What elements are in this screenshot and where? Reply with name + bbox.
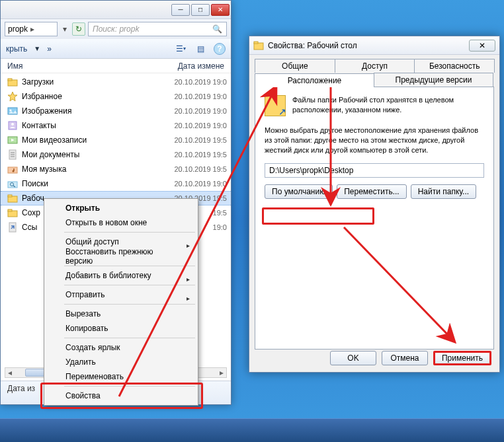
shortcut-arrow-icon: ↗: [278, 106, 286, 117]
file-date: 19:5: [213, 209, 227, 217]
svg-rect-1: [8, 79, 12, 81]
ctx-open-new-window[interactable]: Открыть в новом окне: [46, 215, 196, 230]
ctx-separator: [64, 266, 195, 266]
ctx-rename[interactable]: Переименовать: [46, 369, 196, 384]
ctx-copy[interactable]: Копировать: [46, 321, 196, 336]
doc-icon: [7, 149, 18, 160]
cancel-button[interactable]: Отмена: [382, 351, 428, 365]
ctx-open[interactable]: Открыть: [46, 201, 196, 215]
ctx-create-shortcut[interactable]: Создать ярлык: [46, 340, 196, 355]
ctx-separator: [64, 338, 195, 338]
tab-location[interactable]: Расположение: [255, 73, 374, 87]
properties-dialog: Свойства: Рабочий стол ✕ Общие Доступ Бе…: [249, 36, 500, 373]
ctx-add-library[interactable]: Добавить в библиотеку: [46, 268, 196, 283]
folder-icon: [7, 193, 18, 203]
file-date: 20.10.2019 19:0: [174, 92, 227, 100]
refresh-icon: ↻: [75, 24, 82, 34]
svg-marker-2: [8, 92, 17, 101]
refresh-button[interactable]: ↻: [72, 22, 85, 36]
file-name: Моя музыка: [22, 165, 170, 174]
chevron-down-icon[interactable]: ▼: [34, 45, 40, 52]
file-name: Изображения: [22, 106, 170, 116]
maximize-button[interactable]: □: [191, 4, 210, 16]
tab-previous-versions[interactable]: Предыдущие версии: [374, 73, 493, 87]
star-icon: [7, 91, 18, 102]
apply-button[interactable]: Применить: [433, 351, 491, 365]
status-text: Дата из: [7, 384, 35, 393]
file-row[interactable]: Избранное20.10.2019 19:0: [1, 89, 231, 104]
file-date: 20.10.2019 19:0: [174, 180, 227, 188]
ctx-separator: [64, 386, 195, 387]
tab-security[interactable]: Безопасность: [414, 59, 495, 73]
file-name: Мои видеозаписи: [22, 135, 170, 145]
ctx-separator: [64, 232, 195, 233]
tab-general[interactable]: Общие: [255, 59, 335, 73]
file-name: Контакты: [22, 121, 170, 130]
ctx-restore-version[interactable]: Восстановить прежнюю версию: [46, 249, 196, 264]
search-placeholder: Поиск: propk: [93, 24, 139, 34]
file-row[interactable]: Мои документы20.10.2019 19:5: [1, 147, 231, 162]
toolbar-chevrons-icon[interactable]: »: [47, 44, 52, 54]
search-icon[interactable]: 🔍: [212, 24, 222, 34]
file-row[interactable]: Моя музыка20.10.2019 19:5: [1, 162, 231, 176]
video-icon: [7, 135, 18, 145]
breadcrumb-dropdown-icon[interactable]: ▾: [60, 24, 69, 34]
restore-default-button[interactable]: По умолчанию: [265, 184, 333, 199]
taskbar[interactable]: [0, 418, 504, 442]
ctx-cut[interactable]: Вырезать: [46, 307, 196, 321]
file-row[interactable]: Контакты20.10.2019 19:0: [1, 118, 231, 133]
dialog-titlebar: Свойства: Рабочий стол ✕: [249, 36, 499, 55]
column-name[interactable]: Имя: [7, 61, 178, 71]
minimize-button[interactable]: ─: [171, 4, 190, 16]
tab-strip: Общие Доступ Безопасность Расположение П…: [249, 55, 499, 350]
ctx-delete[interactable]: Удалить: [46, 355, 196, 369]
location-description-2: Можно выбрать другое местоположение для …: [265, 126, 484, 155]
file-name: Мои документы: [22, 150, 170, 159]
svg-point-14: [13, 170, 15, 172]
location-path-input[interactable]: [265, 163, 484, 178]
explorer-titlebar: ─ □ ✕: [1, 1, 231, 19]
dialog-buttons: OK Отмена Применить: [330, 351, 491, 365]
ok-button[interactable]: OK: [330, 351, 376, 365]
ctx-properties[interactable]: Свойства: [46, 388, 196, 403]
folder-icon: [7, 207, 18, 218]
find-target-button[interactable]: Найти папку...: [411, 184, 476, 199]
view-options-button[interactable]: ☰▾: [174, 42, 187, 55]
svg-rect-24: [254, 42, 258, 44]
file-date: 20.10.2019 19:0: [174, 107, 227, 115]
file-row[interactable]: Мои видеозаписи20.10.2019 19:5: [1, 133, 231, 147]
address-bar: propk ▸ ▾ ↻ Поиск: propk 🔍: [1, 19, 231, 39]
close-button[interactable]: ✕: [211, 4, 230, 16]
ctx-separator: [64, 285, 195, 285]
dialog-close-button[interactable]: ✕: [469, 40, 495, 52]
chevron-right-icon[interactable]: ▸: [28, 24, 37, 34]
music-icon: [7, 164, 18, 174]
svg-rect-13: [8, 167, 17, 173]
tab-body: ↗ Файлы папки Рабочий стол хранятся в це…: [255, 87, 494, 350]
column-headers[interactable]: Имя Дата измене: [1, 59, 231, 73]
link-icon: [7, 222, 18, 233]
breadcrumb-label: propk: [8, 24, 28, 34]
help-button[interactable]: ?: [214, 43, 226, 55]
toolbar-open-label[interactable]: крыть: [6, 44, 27, 54]
ctx-send-to[interactable]: Отправить: [46, 287, 196, 302]
scroll-right-icon[interactable]: ▸: [217, 368, 226, 377]
svg-rect-19: [8, 195, 12, 197]
file-name: Поиски: [22, 179, 170, 188]
breadcrumb[interactable]: propk ▸: [5, 22, 58, 36]
dialog-title: Свойства: Рабочий стол: [268, 41, 465, 50]
file-row[interactable]: Поиски20.10.2019 19:0: [1, 176, 231, 191]
preview-pane-button[interactable]: ▤: [194, 42, 207, 55]
scroll-left-icon[interactable]: ◂: [5, 368, 15, 377]
file-name: Избранное: [22, 92, 170, 101]
move-button[interactable]: Переместить...: [337, 184, 407, 199]
search-input[interactable]: Поиск: propk 🔍: [88, 22, 227, 36]
search-icon: [7, 178, 18, 189]
file-date: 19:0: [213, 223, 227, 231]
column-date[interactable]: Дата измене: [178, 61, 224, 71]
contacts-icon: [7, 120, 18, 131]
tab-sharing[interactable]: Доступ: [335, 59, 415, 73]
folder-icon: [253, 40, 264, 51]
file-row[interactable]: Загрузки20.10.2019 19:0: [1, 75, 231, 89]
file-row[interactable]: Изображения20.10.2019 19:0: [1, 104, 231, 118]
